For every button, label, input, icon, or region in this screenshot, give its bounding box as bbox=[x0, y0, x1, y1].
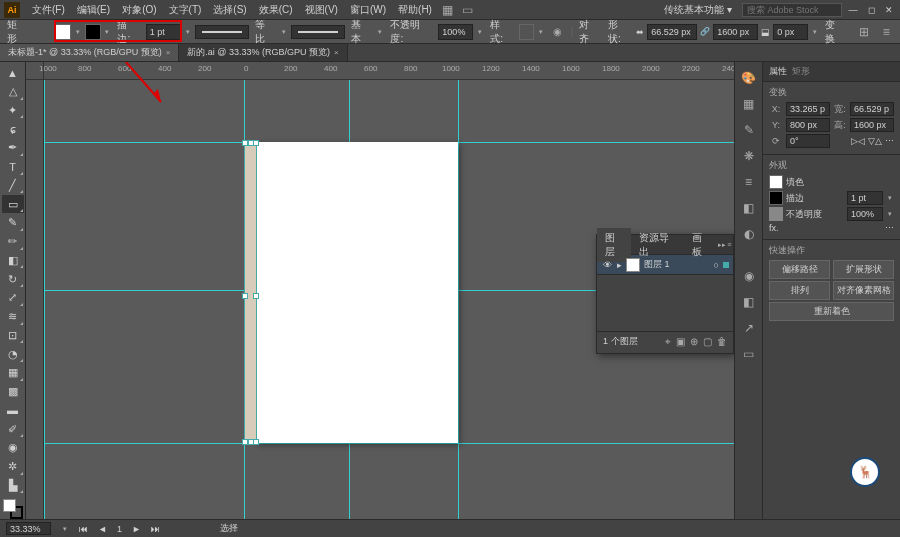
color-panel-icon[interactable]: 🎨 bbox=[739, 68, 759, 88]
more-icon[interactable]: ⋯ bbox=[885, 136, 894, 146]
stroke-weight-input[interactable] bbox=[146, 24, 181, 40]
panel-menu-icon[interactable]: ≡ bbox=[726, 241, 733, 248]
menu-window[interactable]: 窗口(W) bbox=[344, 1, 392, 19]
artboards-panel-icon[interactable]: ▭ bbox=[739, 344, 759, 364]
symbol-sprayer-tool[interactable]: ✲ bbox=[2, 458, 24, 476]
symbols-panel-icon[interactable]: ❋ bbox=[739, 146, 759, 166]
brushes-panel-icon[interactable]: ✎ bbox=[739, 120, 759, 140]
width-tool[interactable]: ≋ bbox=[2, 308, 24, 326]
close-icon[interactable]: × bbox=[166, 48, 171, 57]
transparency-panel-icon[interactable]: ◐ bbox=[739, 224, 759, 244]
line-tool[interactable]: ╱ bbox=[2, 177, 24, 195]
bridge-icon[interactable]: ▦ bbox=[438, 0, 458, 20]
menu-help[interactable]: 帮助(H) bbox=[392, 1, 438, 19]
y-input[interactable] bbox=[786, 118, 830, 132]
selected-shape[interactable] bbox=[244, 142, 257, 443]
more-icon[interactable]: ⋯ bbox=[885, 223, 894, 233]
gradient-panel-icon[interactable]: ◧ bbox=[739, 198, 759, 218]
flip-v-icon[interactable]: ▽△ bbox=[868, 136, 882, 146]
zoom-input[interactable] bbox=[6, 522, 51, 535]
close-icon[interactable]: × bbox=[334, 48, 339, 57]
recolor-icon[interactable]: ◉ bbox=[548, 22, 568, 42]
stroke-profile[interactable] bbox=[195, 25, 249, 39]
close-icon[interactable]: ✕ bbox=[882, 4, 896, 16]
expand-icon[interactable]: ▸ bbox=[617, 260, 622, 270]
guide[interactable] bbox=[44, 443, 734, 444]
menu-view[interactable]: 视图(V) bbox=[299, 1, 344, 19]
panel-toggle-icon[interactable]: ⊞ bbox=[854, 22, 874, 42]
chevron-down-icon[interactable]: ▾ bbox=[104, 28, 112, 36]
shape-height-input[interactable] bbox=[713, 24, 758, 40]
arrange-button[interactable]: 排列 bbox=[769, 281, 830, 300]
rotation-input[interactable] bbox=[786, 134, 830, 148]
eyedropper-tool[interactable]: ✐ bbox=[2, 420, 24, 438]
layers-panel[interactable]: 图层 资源导出 画板 ▸▸ ≡ 👁 ▸ 图层 1 ○ bbox=[596, 234, 734, 354]
horizontal-ruler[interactable]: 1000 800 600 400 200 0 200 400 600 800 1… bbox=[44, 62, 734, 80]
nav-next-icon[interactable]: ► bbox=[132, 524, 141, 534]
target-icon[interactable]: ○ bbox=[714, 260, 719, 270]
guide[interactable] bbox=[458, 80, 459, 519]
rectangle-tool[interactable]: ▭ bbox=[2, 195, 24, 213]
layers-tab[interactable]: 图层 bbox=[597, 228, 631, 262]
direct-selection-tool[interactable]: △ bbox=[2, 83, 24, 101]
magic-wand-tool[interactable]: ✦ bbox=[2, 102, 24, 120]
fill-swatch[interactable] bbox=[769, 175, 783, 189]
offset-path-button[interactable]: 偏移路径 bbox=[769, 260, 830, 279]
stroke-swatch[interactable] bbox=[769, 191, 783, 205]
selection-tool[interactable]: ▲ bbox=[2, 64, 24, 82]
fx-label[interactable]: fx. bbox=[769, 223, 779, 233]
appearance-panel-icon[interactable]: ◉ bbox=[739, 266, 759, 286]
panel-menu-icon[interactable]: ≡ bbox=[876, 22, 896, 42]
stroke-swatch[interactable] bbox=[85, 24, 101, 40]
delete-icon[interactable]: 🗑 bbox=[717, 336, 727, 348]
locate-icon[interactable]: ⌖ bbox=[665, 336, 671, 348]
style-swatch[interactable] bbox=[519, 24, 535, 40]
pen-tool[interactable]: ✒ bbox=[2, 139, 24, 157]
flip-h-icon[interactable]: ▷◁ bbox=[851, 136, 865, 146]
align-pixel-button[interactable]: 对齐像素网格 bbox=[833, 281, 894, 300]
free-transform-tool[interactable]: ⊡ bbox=[2, 327, 24, 345]
nav-first-icon[interactable]: ⏮ bbox=[79, 524, 88, 534]
chevron-down-icon[interactable]: ▾ bbox=[184, 28, 192, 36]
recolor-button[interactable]: 重新着色 bbox=[769, 302, 894, 321]
scale-tool[interactable]: ⤢ bbox=[2, 289, 24, 307]
chevron-down-icon[interactable]: ▾ bbox=[476, 28, 484, 36]
x-input[interactable] bbox=[786, 102, 830, 116]
workspace-dropdown[interactable]: 传统基本功能 ▾ bbox=[658, 1, 738, 19]
arrange-icon[interactable]: ▭ bbox=[458, 0, 478, 20]
perspective-tool[interactable]: ▦ bbox=[2, 364, 24, 382]
brush-definition[interactable] bbox=[291, 25, 345, 39]
chevron-down-icon[interactable]: ▾ bbox=[537, 28, 545, 36]
expand-shape-button[interactable]: 扩展形状 bbox=[833, 260, 894, 279]
document-tab[interactable]: 新的.ai @ 33.33% (RGB/GPU 预览) × bbox=[179, 44, 347, 61]
nav-last-icon[interactable]: ⏭ bbox=[151, 524, 160, 534]
type-tool[interactable]: T bbox=[2, 158, 24, 176]
swatches-panel-icon[interactable]: ▦ bbox=[739, 94, 759, 114]
chevron-down-icon[interactable]: ▾ bbox=[886, 194, 894, 202]
align-label[interactable]: 对齐 bbox=[576, 18, 602, 46]
column-graph-tool[interactable]: ▙ bbox=[2, 477, 24, 495]
chevron-down-icon[interactable]: ▾ bbox=[886, 210, 894, 218]
blend-tool[interactable]: ◉ bbox=[2, 439, 24, 457]
guide[interactable] bbox=[44, 80, 45, 519]
minimize-icon[interactable]: — bbox=[846, 4, 860, 16]
pencil-tool[interactable]: ✏ bbox=[2, 233, 24, 251]
lasso-tool[interactable]: ɕ bbox=[2, 120, 24, 138]
fill-swatch[interactable] bbox=[55, 24, 71, 40]
search-input[interactable] bbox=[742, 3, 842, 17]
width-input[interactable] bbox=[850, 102, 894, 116]
collapse-icon[interactable]: ▸▸ bbox=[718, 241, 726, 249]
menu-file[interactable]: 文件(F) bbox=[26, 1, 71, 19]
transform-label[interactable]: 变换 bbox=[822, 18, 848, 46]
chevron-down-icon[interactable]: ▾ bbox=[280, 28, 288, 36]
menu-select[interactable]: 选择(S) bbox=[207, 1, 252, 19]
new-layer-icon[interactable]: ▢ bbox=[703, 336, 712, 348]
new-sublayer-icon[interactable]: ⊕ bbox=[690, 336, 698, 348]
chevron-down-icon[interactable]: ▾ bbox=[74, 28, 82, 36]
visibility-icon[interactable]: 👁 bbox=[601, 259, 613, 271]
menu-effect[interactable]: 效果(C) bbox=[253, 1, 299, 19]
vertical-ruler[interactable] bbox=[26, 80, 44, 519]
opacity-input[interactable] bbox=[438, 24, 473, 40]
shape-builder-tool[interactable]: ◔ bbox=[2, 345, 24, 363]
asset-export-icon[interactable]: ↗ bbox=[739, 318, 759, 338]
